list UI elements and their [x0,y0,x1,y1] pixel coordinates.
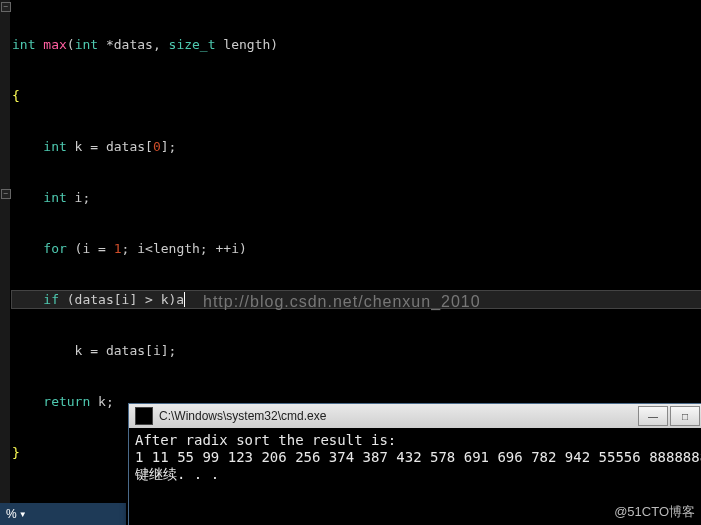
code-line: for (i = 1; i<length; ++i) [12,240,701,257]
code-editor[interactable]: − − int max(int *datas, size_t length) {… [0,0,701,525]
cmd-line: After radix sort the result is: [135,432,396,448]
maximize-button[interactable]: □ [670,406,700,426]
code-line: k = datas[i]; [12,342,701,359]
minimize-button[interactable]: — [638,406,668,426]
chevron-down-icon: ▼ [19,510,27,519]
cmd-title-text: C:\Windows\system32\cmd.exe [159,409,326,423]
cmd-output: After radix sort the result is: 1 11 55 … [129,428,701,487]
code-line: int k = datas[0]; [12,138,701,155]
fold-toggle[interactable]: − [1,189,11,199]
code-line: int i; [12,189,701,206]
cmd-line: 键继续. . . [135,466,219,482]
code-line: { [12,87,701,104]
attribution-watermark: @51CTO博客 [614,503,695,521]
cmd-line: 1 11 55 99 123 206 256 374 387 432 578 6… [135,449,701,465]
gutter: − − [0,0,10,525]
zoom-label: % [6,507,17,521]
cmd-icon [135,407,153,425]
code-line: int max(int *datas, size_t length) [12,36,701,53]
cmd-titlebar[interactable]: C:\Windows\system32\cmd.exe — □ [129,404,701,428]
zoom-status[interactable]: % ▼ [0,503,126,525]
fold-toggle[interactable]: − [1,2,11,12]
code-line-active: if (datas[i] > k)a [12,291,701,308]
